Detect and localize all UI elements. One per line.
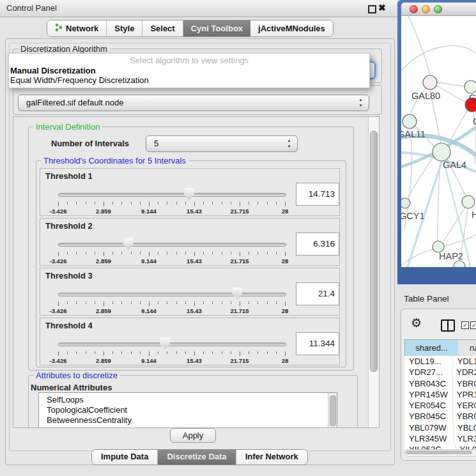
cell-name: YBL0 xyxy=(453,422,476,433)
gear-icon[interactable]: ⚙ xyxy=(411,316,422,330)
network-node[interactable] xyxy=(462,196,475,208)
network-node[interactable] xyxy=(423,75,437,89)
list-scrollbar[interactable] xyxy=(328,393,337,428)
numerical-attributes-list[interactable]: SelfLoopsTopologicalCoefficientBetweenne… xyxy=(38,392,337,428)
table-row[interactable]: YDL19...YDL1 xyxy=(404,356,476,367)
column-header-shared[interactable]: shared... xyxy=(404,339,459,357)
table-row[interactable]: YBR043CYBR0 xyxy=(404,378,476,389)
table-row[interactable]: YPR145WYPR1 xyxy=(404,389,476,400)
group-label: Attributes to discretize xyxy=(33,371,120,380)
network-window-titlebar[interactable] xyxy=(401,3,476,16)
network-edge[interactable] xyxy=(437,82,464,86)
popup-item-equal-width-frequency[interactable]: Equal Width/Frequency Discretization xyxy=(10,75,149,85)
tick-mark xyxy=(76,302,77,304)
list-scrollbar-thumb[interactable] xyxy=(330,395,336,426)
threshold-label: Threshold 2 xyxy=(45,221,93,231)
slider-thumb[interactable] xyxy=(232,288,242,300)
column-header-name[interactable]: name xyxy=(458,339,476,357)
tick-mark xyxy=(240,252,240,256)
tick-mark xyxy=(222,202,222,204)
tick-mark xyxy=(131,302,132,304)
table-row[interactable]: YBR045CYBR0 xyxy=(404,411,476,422)
group-label: Threshold's Coordinates for 5 Intervals xyxy=(41,156,188,165)
tick-mark xyxy=(167,351,167,354)
network-edge[interactable] xyxy=(401,46,476,70)
panel-scrollbar-thumb[interactable] xyxy=(370,131,378,372)
network-node[interactable] xyxy=(433,143,450,161)
slider-track[interactable] xyxy=(58,342,286,346)
table-hscrollbar[interactable] xyxy=(404,449,476,457)
tick-label: 2.859 xyxy=(96,257,111,265)
tick-mark xyxy=(240,302,240,306)
table-row[interactable]: YBL079WYBL0 xyxy=(404,422,476,433)
tick-label: 2.859 xyxy=(96,307,111,314)
checkbox-icon[interactable]: ✓ xyxy=(470,321,476,329)
slider-thumb[interactable] xyxy=(160,337,170,349)
slider-track[interactable] xyxy=(58,243,286,247)
network-edge[interactable] xyxy=(436,86,466,102)
slider-track[interactable] xyxy=(58,293,286,296)
tab-cyni-toolbox[interactable]: Cyni Toolbox xyxy=(183,20,250,36)
tick-label: 9.144 xyxy=(141,257,157,265)
tick-mark xyxy=(158,351,158,354)
threshold-value-field[interactable]: 6.316 xyxy=(296,233,339,256)
popup-item-manual-discretization[interactable]: Manual Discretization xyxy=(10,66,96,75)
tick-mark xyxy=(112,302,113,304)
network-node[interactable] xyxy=(403,114,417,128)
tick-mark xyxy=(76,252,77,254)
tick-mark xyxy=(149,351,150,356)
minimize-traffic-light[interactable] xyxy=(422,5,430,13)
number-of-intervals-combobox[interactable]: 5 ▲▼ xyxy=(146,135,298,152)
slider-track[interactable] xyxy=(58,193,286,197)
zoom-traffic-light[interactable] xyxy=(434,5,442,13)
tab-discretize-data[interactable]: Discretize Data xyxy=(158,450,236,464)
attribute-list-item[interactable]: TopologicalCoefficient xyxy=(39,405,337,415)
network-node[interactable] xyxy=(464,81,476,93)
tick-label: 21.715 xyxy=(230,357,249,364)
network-canvas[interactable]: GAL80GACGAL11GAL4GCY1HHAP2 xyxy=(401,16,476,267)
tab-jactivemnodules[interactable]: jActiveMNodules xyxy=(250,20,333,36)
tab-network[interactable]: Network xyxy=(47,20,107,36)
attribute-list-item[interactable]: BetweennessCentrality xyxy=(39,415,337,426)
apply-button[interactable]: Apply xyxy=(170,428,216,443)
network-edge[interactable] xyxy=(443,207,465,242)
tick-mark xyxy=(185,302,186,304)
table-row[interactable]: YDR27...YDR2 xyxy=(404,367,476,378)
threshold-slider[interactable]: -3.4262.8599.14415.4321.71528 xyxy=(58,238,285,265)
slider-thumb[interactable] xyxy=(123,238,134,250)
table-row[interactable]: YIL052CYIL0 xyxy=(404,444,476,449)
split-columns-icon[interactable] xyxy=(441,319,455,332)
tab-style[interactable]: Style xyxy=(107,20,142,36)
threshold-box: Threshold 3-3.4262.8599.14415.4321.71528… xyxy=(40,268,340,316)
network-node[interactable] xyxy=(454,261,465,267)
tick-mark xyxy=(104,351,104,356)
close-icon[interactable]: ✖ xyxy=(378,3,386,13)
threshold-value-field[interactable]: 11.344 xyxy=(296,332,339,355)
network-node[interactable] xyxy=(401,198,410,208)
table-data-combobox[interactable]: galFiltered.sif default node ▲▼ xyxy=(18,95,369,111)
tab-select[interactable]: Select xyxy=(142,20,183,36)
table-row[interactable]: YER054CYER0 xyxy=(404,400,476,411)
threshold-slider[interactable]: -3.4262.8599.14415.4321.71528 xyxy=(58,288,285,314)
threshold-value-field[interactable]: 14.713 xyxy=(296,183,339,206)
float-window-icon[interactable] xyxy=(368,5,376,13)
tick-mark xyxy=(257,302,258,304)
tick-label: -3.426 xyxy=(50,307,67,314)
tick-mark xyxy=(112,202,113,204)
tab-impute-data[interactable]: Impute Data xyxy=(92,450,158,464)
tab-infer-network[interactable]: Infer Network xyxy=(236,450,307,464)
table-hscrollbar-thumb[interactable] xyxy=(406,450,472,454)
close-traffic-light[interactable] xyxy=(410,5,418,13)
checkbox-icon[interactable]: ✓ xyxy=(461,321,469,329)
panel-scrollbar[interactable] xyxy=(368,117,379,427)
stepper-icon: ▲▼ xyxy=(286,138,292,150)
tick-mark xyxy=(76,351,77,354)
tick-mark xyxy=(58,351,59,356)
network-edge[interactable] xyxy=(408,16,430,75)
slider-thumb[interactable] xyxy=(184,188,194,200)
threshold-slider[interactable]: -3.4262.8599.14415.4321.71528 xyxy=(58,337,285,364)
table-row[interactable]: YLR345WYLR3 xyxy=(404,433,476,444)
threshold-slider[interactable]: -3.4262.8599.14415.4321.71528 xyxy=(58,188,285,215)
attribute-list-item[interactable]: SelfLoops xyxy=(39,393,337,405)
threshold-value-field[interactable]: 21.4 xyxy=(296,282,339,305)
